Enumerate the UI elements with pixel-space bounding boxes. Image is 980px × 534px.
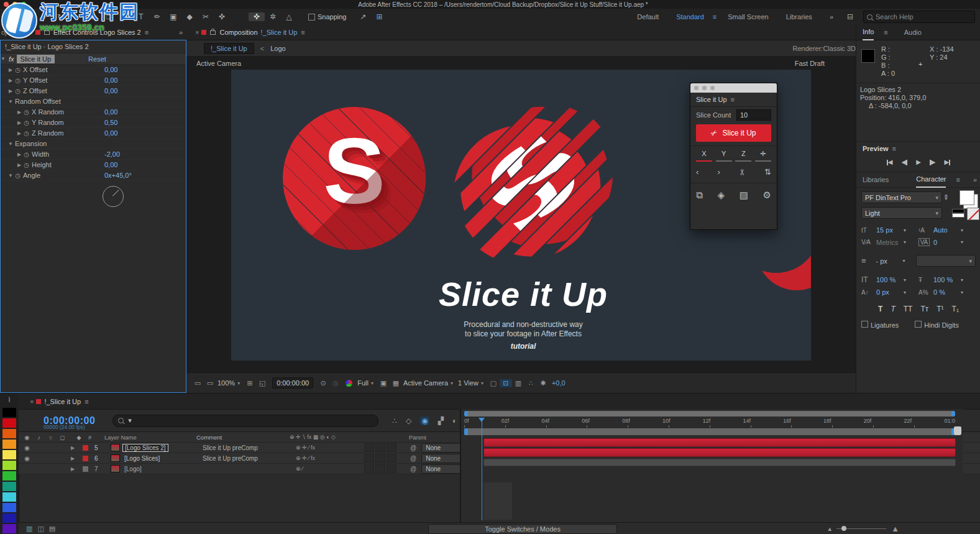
label-swatch[interactable] [2,513,16,523]
work-area-bar[interactable] [464,428,955,435]
label-swatch[interactable] [2,429,16,438]
snap-options-icon[interactable]: ↗ [355,12,372,21]
zoom-slider-knob[interactable] [841,526,846,531]
expand-arrow-icon[interactable]: ▶ [70,456,76,461]
minimize-window-button[interactable] [12,2,17,7]
hindi-digits-checkbox[interactable]: Hindi Digits [915,321,959,329]
vertical-scale-value[interactable]: 100 % [876,276,904,283]
character-overflow-icon[interactable]: » [973,176,977,183]
time-navigator-bar[interactable] [464,411,955,417]
reset-exposure-icon[interactable]: ✱ [537,379,549,387]
axis-z-button[interactable]: Z [735,150,751,162]
puppet-advanced-pin-icon[interactable]: △ [281,12,297,21]
stroke-style-dropdown[interactable]: ▾ [916,255,976,267]
character-menu-icon[interactable]: ≡ [956,176,959,183]
preview-time-indicator[interactable]: 0:00:00:00 [272,377,313,389]
tab-libraries[interactable]: Libraries [863,172,889,187]
project-tab-clipped[interactable]: oject [1,29,16,36]
effect-controls-tab[interactable]: Effect Controls Logo Slices 2 [53,29,141,36]
primary-viewer-icon[interactable]: ▭ [204,379,216,387]
property-row[interactable]: ▶◷X Offset0,00 [0,65,186,75]
timeline-tab-name[interactable]: !_Slice it Up [44,398,81,405]
workspace-standard[interactable]: Standard [667,13,713,21]
view-layout-dropdown[interactable]: 1 View [458,379,479,387]
leading-value[interactable]: Auto [933,226,961,234]
label-swatch[interactable] [2,482,16,491]
show-snapshot-icon[interactable]: ◎ [329,379,342,387]
playhead[interactable] [482,418,482,520]
motion-blur-icon[interactable]: ◐ [452,417,457,425]
exposure-value[interactable]: +0,0 [552,379,566,387]
parent-pickwhip-icon[interactable]: @ [410,466,416,472]
pan-behind-tool-icon[interactable]: ✛ [85,12,101,21]
label-swatch[interactable] [2,450,16,459]
minimize-dot[interactable] [702,86,707,90]
next-frame-button[interactable]: ▶ [930,159,936,165]
layer-bar-logo-slices[interactable] [483,448,956,457]
play-button[interactable]: ▶ [916,159,921,165]
effect-name[interactable]: Slice it Up [17,55,55,63]
snapshot-icon[interactable]: ⊙ [317,379,329,387]
timeline-button-icon[interactable]: ▥ [512,379,524,387]
axis-y-button[interactable]: Y [716,150,732,162]
layer-bar-logo[interactable] [483,459,956,466]
layer-switches[interactable]: ⊕ ∕ [296,466,364,472]
stroke-width-value[interactable]: - px [876,257,902,265]
ligatures-checkbox[interactable]: Ligatures [861,321,899,329]
close-tab-icon[interactable]: × [195,29,199,36]
subscript-button[interactable]: T₁ [952,305,959,313]
property-row[interactable]: ▶◷Y Random0,50 [0,117,186,128]
fill-color-swatch[interactable] [959,190,974,205]
parent-pickwhip-icon[interactable]: @ [410,444,416,451]
property-value[interactable]: 0,00 [104,129,117,137]
hand-tool-icon[interactable]: ✷ [20,12,36,21]
angle-dial[interactable] [103,186,124,207]
tsume-value[interactable]: 0 % [933,288,961,296]
brush-tool-icon[interactable]: ✏ [149,12,165,21]
property-row[interactable]: ▶◷Width-2,00 [0,149,186,160]
property-value[interactable]: 0,00 [104,76,117,84]
frame-blending-icon[interactable]: ▞ [438,417,444,425]
close-window-button[interactable] [4,2,9,7]
time-ruler[interactable]: 0f02f04f06f08f10f12f14f16f18f20f22f01:0 [464,418,955,424]
property-row[interactable]: ▼◷Angle0x+45,0° [0,170,186,181]
info-menu-icon[interactable]: ≡ [884,29,887,36]
slice-count-input[interactable]: 10 [736,109,771,121]
prev-slice-button[interactable]: ‹ [696,167,698,177]
property-value[interactable]: -2,00 [104,150,120,158]
eye-icon[interactable]: ◉ [21,455,33,462]
workspace-overflow-icon[interactable]: » [821,13,842,21]
help-search[interactable]: Search Help [863,11,975,23]
slice-it-up-button[interactable]: ✂ Slice it Up [696,124,771,142]
expand-render-time-icon[interactable]: ◫ [37,525,44,533]
comp-marker-bin[interactable] [954,426,961,435]
property-value[interactable]: 0,00 [104,108,117,116]
property-group-row[interactable]: ▼Expansion [0,139,186,149]
crumb-logo-comp[interactable]: Logo [270,45,285,52]
layer-name-header[interactable]: Layer Name [104,434,196,441]
show-channel-icon[interactable] [346,380,352,387]
hide-shy-layers-icon[interactable]: ◉ [420,417,429,425]
horizontal-scale-value[interactable]: 100 % [933,276,961,283]
faux-italic-button[interactable]: T [891,305,895,313]
label-swatch[interactable] [2,418,16,428]
previous-frame-button[interactable]: ◀ [901,159,907,165]
comp-mini-flowchart-icon[interactable]: ∴ [392,417,397,425]
faux-bold-button[interactable]: T [878,305,882,313]
superscript-button[interactable]: T¹ [936,305,943,313]
zoom-dot[interactable] [710,86,715,90]
label-swatch[interactable] [2,440,16,449]
layer-bar-logo-slices-2[interactable] [483,438,956,447]
zoom-tool-icon[interactable]: ⌕ [36,12,52,21]
magnification-dropdown[interactable]: 100% [218,379,235,387]
collapse-arrow-icon[interactable]: ▼ [0,56,6,62]
timeline-menu-icon[interactable]: ≡ [85,398,88,405]
workspace-default[interactable]: Default [628,13,667,21]
clone-stamp-tool-icon[interactable]: ▣ [165,12,181,21]
workspace-manager-icon[interactable]: ⊟ [842,12,858,21]
layer-name[interactable]: [Logo] [122,466,144,472]
effect-header-row[interactable]: ▼ fx Slice it Up Reset [0,53,186,65]
transparency-grid-icon[interactable]: ▦ [390,379,402,387]
close-tab-icon[interactable]: × [29,29,32,36]
font-family-dropdown[interactable]: PF DinText Pro▾ [861,191,942,203]
